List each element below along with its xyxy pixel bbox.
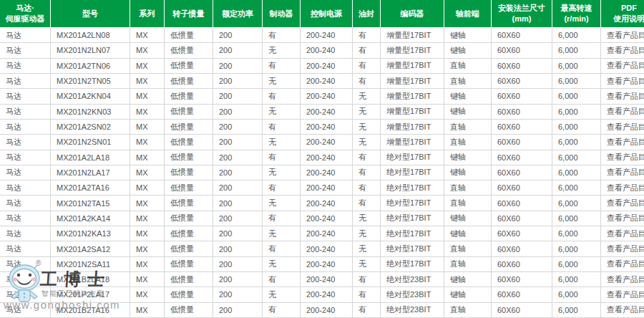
- pdf-link[interactable]: 查看产品目录: [601, 89, 644, 104]
- cell-flange: 60X60: [492, 226, 552, 241]
- cell-encoder: 增量型17BIT: [381, 119, 444, 134]
- pdf-link[interactable]: 查看产品目录: [601, 256, 644, 271]
- cell-speed: 6,000: [552, 196, 601, 211]
- pdf-link[interactable]: 查看产品目录: [601, 165, 644, 180]
- pdf-link[interactable]: 查看产品目录: [601, 135, 644, 150]
- cell-control: 200-240: [301, 150, 353, 165]
- cell-oilseal: 无: [353, 119, 381, 134]
- table-row: 马达MX201A2TN06MX低惯量200有200-240有增量型17BIT直轴…: [0, 58, 644, 73]
- cell-flange: 60X60: [492, 104, 552, 119]
- cell-inertia: 低惯量: [165, 104, 213, 119]
- cell-model: MX201N2KN03: [51, 104, 130, 119]
- cell-speed: 6,000: [552, 241, 601, 256]
- col-header-category: 马达·伺服驱动器: [0, 0, 51, 28]
- cell-inertia: 低惯量: [165, 180, 213, 196]
- col-header-pdf: PDF使用说明: [601, 0, 644, 28]
- cell-brake: 无: [263, 135, 301, 150]
- cell-brake: 无: [263, 287, 301, 302]
- col-header-oilseal: 油封: [353, 0, 381, 28]
- cell-oilseal: 无: [353, 135, 381, 150]
- cell-brake: 无: [263, 104, 301, 119]
- cell-flange: 60X60: [492, 256, 552, 271]
- cell-encoder: 绝对型17BIT: [381, 211, 444, 226]
- cell-series: MX: [130, 58, 165, 73]
- cell-inertia: 低惯量: [165, 150, 213, 165]
- cell-control: 200-240: [301, 256, 353, 271]
- cell-flange: 60X60: [492, 150, 552, 165]
- col-header-flange: 安装法兰尺寸(mm): [492, 0, 552, 28]
- cell-shaft: 直轴: [444, 135, 492, 150]
- cell-brake: 无: [263, 256, 301, 271]
- pdf-link[interactable]: 查看产品目录: [601, 150, 644, 165]
- cell-oilseal: 有: [353, 73, 381, 88]
- cell-category: 马达: [0, 28, 51, 43]
- cell-control: 200-240: [301, 89, 353, 104]
- pdf-link[interactable]: 查看产品目录: [601, 104, 644, 119]
- pdf-link[interactable]: 查看产品目录: [601, 211, 644, 226]
- cell-flange: 60X60: [492, 272, 552, 287]
- col-header-model: 型号: [51, 0, 130, 28]
- cell-power: 200: [213, 287, 263, 302]
- cell-model: MX201N2LA17: [51, 165, 130, 180]
- cell-speed: 6,000: [552, 165, 601, 180]
- cell-speed: 6,000: [552, 28, 601, 43]
- cell-inertia: 低惯量: [165, 135, 213, 150]
- pdf-link[interactable]: 查看产品目录: [601, 43, 644, 58]
- cell-brake: 无: [263, 73, 301, 88]
- cell-category: 马达: [0, 104, 51, 119]
- cell-oilseal: 无: [353, 104, 381, 119]
- cell-power: 200: [213, 150, 263, 165]
- pdf-link[interactable]: 查看产品目录: [601, 272, 644, 287]
- table-row: 马达MX201N2SA11MX低惯量200无200-240无绝对型17BIT直轴…: [0, 256, 644, 271]
- cell-model: MX201P2LA17: [51, 287, 130, 302]
- cell-speed: 6,000: [552, 73, 601, 88]
- cell-inertia: 低惯量: [165, 241, 213, 256]
- cell-series: MX: [130, 241, 165, 256]
- pdf-link[interactable]: 查看产品目录: [601, 73, 644, 88]
- table-row: 马达MX201A2TA16MX低惯量200有200-240有绝对型17BIT直轴…: [0, 180, 644, 196]
- cell-series: MX: [130, 226, 165, 241]
- cell-series: MX: [130, 150, 165, 165]
- cell-flange: 60X60: [492, 43, 552, 58]
- cell-oilseal: 有: [353, 165, 381, 180]
- cell-series: MX: [130, 211, 165, 226]
- cell-series: MX: [130, 180, 165, 196]
- pdf-link[interactable]: 查看产品目录: [601, 119, 644, 134]
- pdf-link[interactable]: 查看产品目录: [601, 196, 644, 211]
- cell-brake: 有: [263, 28, 301, 43]
- cell-shaft: 直轴: [444, 180, 492, 196]
- cell-inertia: 低惯量: [165, 256, 213, 271]
- cell-encoder: 绝对型17BIT: [381, 165, 444, 180]
- cell-inertia: 低惯量: [165, 89, 213, 104]
- cell-power: 200: [213, 119, 263, 134]
- cell-power: 200: [213, 135, 263, 150]
- cell-category: 马达: [0, 302, 51, 317]
- cell-power: 200: [213, 58, 263, 73]
- table-row: 马达MX201P2LA17MX低惯量200无200-240有绝对型23BIT键轴…: [0, 287, 644, 302]
- cell-power: 200: [213, 196, 263, 211]
- cell-flange: 60X60: [492, 119, 552, 134]
- cell-inertia: 低惯量: [165, 196, 213, 211]
- table-row: 马达MX201A2LN08MX低惯量200有200-240有增量型17BIT键轴…: [0, 28, 644, 43]
- cell-series: MX: [130, 287, 165, 302]
- cell-oilseal: 有: [353, 196, 381, 211]
- pdf-link[interactable]: 查看产品目录: [601, 28, 644, 43]
- cell-control: 200-240: [301, 104, 353, 119]
- pdf-link[interactable]: 查看产品目录: [601, 241, 644, 256]
- cell-encoder: 绝对型17BIT: [381, 256, 444, 271]
- pdf-link[interactable]: 查看产品目录: [601, 302, 644, 317]
- col-header-encoder: 编码器: [381, 0, 444, 28]
- col-header-series: 系列: [130, 0, 165, 28]
- cell-category: 马达: [0, 89, 51, 104]
- table-row: 马达MX201N2TN05MX低惯量200无200-240有增量型17BIT直轴…: [0, 73, 644, 88]
- cell-oilseal: 有: [353, 43, 381, 58]
- pdf-link[interactable]: 查看产品目录: [601, 287, 644, 302]
- pdf-link[interactable]: 查看产品目录: [601, 226, 644, 241]
- cell-brake: 有: [263, 302, 301, 317]
- cell-inertia: 低惯量: [165, 58, 213, 73]
- table-row: 马达MX201A2KN04MX低惯量200有200-240无增量型17BIT键轴…: [0, 89, 644, 104]
- pdf-link[interactable]: 查看产品目录: [601, 58, 644, 73]
- cell-power: 200: [213, 180, 263, 196]
- pdf-link[interactable]: 查看产品目录: [601, 180, 644, 196]
- cell-oilseal: 有: [353, 272, 381, 287]
